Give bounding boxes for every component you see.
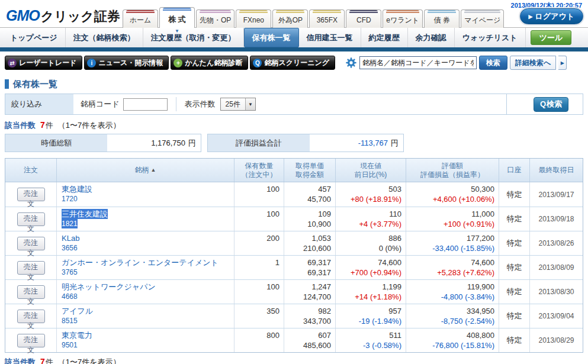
result-count-range: （1〜7件を表示） [58,357,121,364]
main-tab[interactable]: ホーム ▼ [123,9,158,28]
total-pl-amount: -113,767円 [310,134,403,152]
display-count-label: 表示件数 [185,99,216,109]
table-row: 売注文 ガンホー・オンライン・エンターテイメント 3765 1 69,317 6… [5,255,583,279]
toolbar-button-label: レーザートレード [19,58,76,68]
nav-item[interactable]: トップページ [2,28,66,47]
main-tab[interactable]: eワラント ▼ [383,9,423,28]
result-count-label: 該当件数 [5,357,36,364]
gmo-logo[interactable]: GMOクリック証券 [6,7,120,25]
stock-name-link[interactable]: KLab [62,233,79,243]
last-acquired-date: 2013/08/30 [530,280,583,304]
logout-button[interactable]: ▶ログアウト [520,8,583,24]
sell-order-button[interactable]: 売注文 [17,334,45,347]
filter-search-button[interactable]: Q検索 [534,97,568,112]
acquisition-cell: 1,053 210,600 [284,231,336,255]
stock-code-input[interactable] [123,98,168,111]
stock-name-link[interactable]: 明光ネットワークジャパン [62,282,156,292]
result-count-unit: 件 [46,121,53,130]
valuation-cell: 177,200 -33,400 (-15.85%) [406,231,499,255]
nav-item-label: ウォッチリスト [462,33,518,42]
main-tab[interactable]: 365FX ▼ [309,9,345,28]
stock-name-link[interactable]: ガンホー・オンライン・エンターテイメント [62,257,219,268]
stock-code-link[interactable]: 3765 [62,268,78,277]
stock-code-link[interactable]: 4668 [62,292,78,301]
stock-name-link[interactable]: 東京電力 [62,330,92,340]
stock-cell: ガンホー・オンライン・エンターテイメント 3765 [57,256,234,279]
chevron-right-icon: ▶ [561,60,564,66]
account-cell: 特定 [499,328,530,352]
display-count-value: 25件 [221,99,245,109]
quick-toolbar: ⇄ レーザートレード i ニュース・開示情報 ＋ かんたん銘柄診断 Q 銘柄スク… [0,51,588,74]
symbol-search-button[interactable]: 検索 [479,56,507,70]
main-content: 保有株一覧 絞り込み 銘柄コード 表示件数 25件 ▼ Q検索 該当件数7件（1… [0,78,588,364]
filter-search-label: 検索 [547,99,562,108]
main-tab[interactable]: FXneo ▼ [236,9,271,28]
nav-item[interactable]: 余力確認 [408,28,455,47]
display-count-select[interactable]: 25件 ▼ [220,98,256,111]
main-tab[interactable]: 外為OP ▼ [272,9,308,28]
main-tab[interactable]: 先物・OP ▼ [196,9,234,28]
nav-item-label: 余力確認 [416,33,446,42]
tab-label: 外為OP [276,13,304,28]
stock-code-link[interactable]: 3656 [62,243,78,253]
toolbar-button[interactable]: ⇄ レーザートレード [5,56,82,70]
toolbar-button[interactable]: Q 銘柄スクリーニング [250,56,335,70]
nav-item[interactable]: 注文（銘柄検索） [66,28,143,47]
nav-item[interactable]: 注文履歴（取消・変更） [143,28,244,47]
title-marker [5,79,9,89]
symbol-search-input[interactable] [359,56,477,69]
tab-label: ホーム [126,13,155,28]
search-icon: Q [540,99,546,108]
sell-order-button[interactable]: 売注文 [17,188,45,201]
header-stock-sortable[interactable]: 銘柄 ▲ [57,159,234,182]
valuation-cell: 408,800 -76,800 (-15.81%) [406,328,499,352]
main-tab[interactable]: 株 式 ▼ [159,7,195,28]
nav-item[interactable]: ウォッチリスト [455,28,526,47]
valuation-cell: 119,900 -4,800 (-3.84%) [406,280,499,304]
stock-code-link[interactable]: 1821 [62,219,78,228]
logout-arrow-icon: ▶ [529,14,533,20]
result-count-bottom: 該当件数7件（1〜7件を表示） [5,357,583,364]
stock-name-link[interactable]: 東急建設 [62,184,92,194]
last-acquired-date: 2013/08/29 [530,328,583,352]
nav-item[interactable]: 信用建玉一覧 [299,28,361,47]
pl-value: +100 (+0.91%) [444,219,494,229]
toolbar-button[interactable]: ＋ かんたん銘柄診断 [171,56,248,70]
sell-order-button[interactable]: 売注文 [17,212,45,226]
gear-icon[interactable] [345,57,357,69]
header-account: 口座 [499,159,530,182]
valuation-cell: 74,600 +5,283 (+7.62%) [406,256,499,279]
quantity-cell: 100 [234,207,284,231]
narrow-down-label: 絞り込み [5,94,73,114]
nav-item[interactable]: 保有株一覧 [244,28,299,47]
stock-name-link[interactable]: アイフル [62,306,93,316]
stock-code-link[interactable]: 9501 [62,340,78,350]
last-acquired-date: 2013/09/18 [530,207,583,231]
tool-button[interactable]: ツール [531,30,572,45]
pl-value: -8,750 (-2.54%) [441,316,494,326]
sell-order-button[interactable]: 売注文 [17,285,45,299]
quantity-cell: 200 [234,231,284,255]
sell-order-button[interactable]: 売注文 [17,310,45,323]
advanced-search-button[interactable]: 詳細検索へ [510,56,556,70]
main-tab[interactable]: 債 券 ▼ [424,9,460,28]
sell-order-button[interactable]: 売注文 [17,237,45,250]
stock-name-link[interactable]: 三井住友建設 [62,209,108,219]
filter-bar: 絞り込み 銘柄コード 表示件数 25件 ▼ Q検索 [5,94,583,115]
toolbar-button[interactable]: i ニュース・開示情報 [84,56,169,70]
screening-icon: Q [253,59,262,67]
quantity-cell: 350 [234,304,284,328]
stock-code-link[interactable]: 1720 [62,194,78,204]
tab-label: 365FX [313,13,341,28]
stock-code-link[interactable]: 8515 [62,316,78,326]
nav-item[interactable]: 約定履歴 [361,28,408,47]
main-tab[interactable]: CFD ▼ [346,9,381,28]
order-cell: 売注文 [5,328,57,352]
day-change-value: +700 (+0.94%) [351,268,401,278]
main-tab[interactable]: マイページ ▼ [461,9,504,28]
sell-order-button[interactable]: 売注文 [17,261,45,275]
advanced-search-expand-button[interactable]: ▶ [558,56,567,70]
account-cell: 特定 [499,280,530,304]
last-acquired-date: 2013/09/17 [530,182,583,207]
market-value-amount: 1,176,750円 [107,134,201,152]
